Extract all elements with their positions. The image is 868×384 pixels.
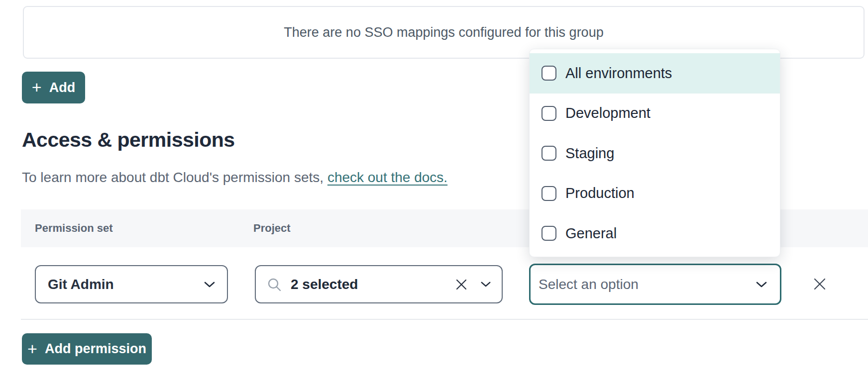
option-label: Staging: [565, 145, 614, 162]
environment-placeholder: Select an option: [539, 277, 756, 292]
option-label: General: [565, 225, 617, 242]
dropdown-option-general[interactable]: General: [530, 213, 780, 254]
chevron-down-icon: [481, 281, 491, 288]
checkbox[interactable]: [542, 186, 556, 201]
add-button-label: Add: [49, 80, 75, 96]
dropdown-option-staging[interactable]: Staging: [530, 133, 780, 174]
remove-permission-row-button[interactable]: [809, 273, 831, 295]
dropdown-option-production[interactable]: Production: [530, 174, 780, 214]
chevron-down-icon: [204, 281, 215, 288]
description-text: To learn more about dbt Cloud's permissi…: [22, 170, 324, 185]
project-selected-count: 2 selected: [291, 277, 455, 292]
column-header-project: Project: [253, 222, 291, 235]
sso-empty-state-message: There are no SSO mappings configured for…: [284, 25, 603, 40]
checkbox[interactable]: [542, 146, 556, 161]
dropdown-option-development[interactable]: Development: [530, 94, 780, 134]
add-permission-button[interactable]: + Add permission: [22, 333, 152, 365]
add-sso-mapping-button[interactable]: + Add: [22, 72, 85, 103]
environment-select[interactable]: Select an option: [529, 264, 781, 305]
environment-dropdown-menu: All environments Development Staging Pro…: [529, 49, 780, 257]
plus-icon: +: [27, 340, 37, 357]
clear-x-icon[interactable]: [455, 278, 468, 291]
docs-link[interactable]: check out the docs.: [327, 170, 447, 185]
checkbox[interactable]: [542, 226, 556, 241]
permission-set-value: Git Admin: [48, 277, 204, 292]
chevron-down-icon: [756, 281, 767, 288]
table-row-divider: [21, 319, 868, 320]
option-label: Development: [565, 105, 651, 121]
dropdown-option-all-environments[interactable]: All environments: [530, 53, 780, 94]
permission-set-select[interactable]: Git Admin: [35, 265, 228, 303]
option-label: All environments: [565, 65, 672, 82]
column-header-permission-set: Permission set: [35, 222, 113, 235]
add-permission-button-label: Add permission: [45, 341, 146, 357]
checkbox[interactable]: [542, 66, 556, 81]
plus-icon: +: [32, 79, 42, 96]
section-title: Access & permissions: [22, 128, 235, 152]
project-select[interactable]: 2 selected: [255, 265, 503, 303]
option-label: Production: [565, 185, 635, 201]
search-icon: [267, 277, 282, 292]
remove-row-x-icon: [813, 277, 827, 291]
checkbox[interactable]: [542, 106, 556, 121]
section-description: To learn more about dbt Cloud's permissi…: [22, 170, 447, 186]
